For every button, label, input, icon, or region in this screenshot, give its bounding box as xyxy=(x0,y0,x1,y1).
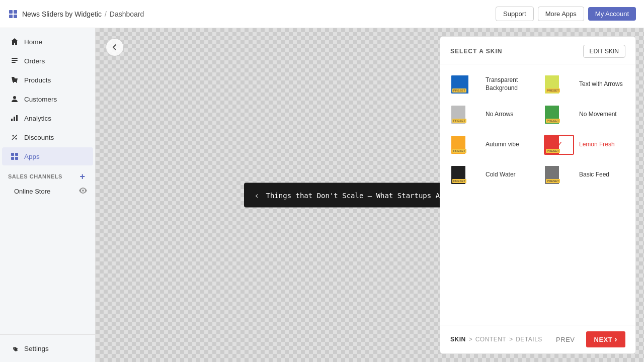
sidebar-item-customers[interactable]: Customers xyxy=(2,90,93,108)
step-sep-2: > xyxy=(509,336,513,343)
skin-label-lemon-fresh: Lemon Fresh xyxy=(579,141,615,149)
skin-thumb-img xyxy=(451,75,479,94)
svg-rect-10 xyxy=(16,115,18,121)
sales-channels-title: SALES CHANNELS xyxy=(8,173,62,179)
app-icon xyxy=(8,9,18,19)
app-name: News Sliders by Widgetic xyxy=(22,10,102,18)
step-skin: SKIN xyxy=(450,336,466,343)
topbar: News Sliders by Widgetic / Dashboard Sup… xyxy=(0,0,644,28)
account-button[interactable]: My Account xyxy=(588,7,636,21)
skin-panel-title: SELECT A SKIN xyxy=(450,48,502,55)
svg-point-11 xyxy=(13,135,14,137)
skin-label-basic-feed: Basic Feed xyxy=(579,171,609,179)
skin-thumb-no-movement xyxy=(544,105,574,125)
skin-thumb-cold-water xyxy=(450,165,480,185)
footer-buttons: PREV NEXT › xyxy=(549,331,625,347)
slider-left-arrow[interactable]: ‹ xyxy=(254,190,260,201)
skin-thumb-transparent-bg xyxy=(450,74,480,95)
step-content: CONTENT xyxy=(475,336,507,343)
analytics-icon xyxy=(10,114,19,123)
sidebar-analytics-label: Analytics xyxy=(24,115,51,122)
skin-thumb-text-arrows xyxy=(544,74,574,95)
sidebar-bottom: Settings xyxy=(0,334,95,358)
sidebar-item-settings[interactable]: Settings xyxy=(2,339,93,357)
svg-rect-15 xyxy=(15,153,18,156)
skin-item-no-movement[interactable]: No Movement xyxy=(542,103,627,127)
sidebar: Home Orders Products Customers Analytics xyxy=(0,28,96,362)
skin-item-no-arrows[interactable]: No Arrows xyxy=(448,103,534,127)
skin-item-lemon-fresh[interactable]: ✓ Lemon Fresh xyxy=(542,133,627,157)
skin-label-autumn-vibe: Autumn vibe xyxy=(486,141,519,149)
skin-grid: Transparent Background Text with Arrows xyxy=(440,64,635,325)
edit-skin-button[interactable]: EDIT SKIN xyxy=(583,45,625,58)
sidebar-item-online-store[interactable]: Online Store xyxy=(0,183,95,199)
sidebar-item-home[interactable]: Home xyxy=(2,33,93,51)
customers-icon xyxy=(10,95,19,104)
svg-rect-6 xyxy=(12,62,16,63)
svg-rect-16 xyxy=(11,157,14,160)
skin-label-cold-water: Cold Water xyxy=(486,171,516,179)
main-content: ‹ Things that Don't Scale – What Startup… xyxy=(96,28,644,362)
skin-label-no-arrows: No Arrows xyxy=(486,111,513,119)
next-arrow-icon: › xyxy=(614,335,617,344)
skin-thumb-img xyxy=(545,106,573,124)
skin-thumb-lemon-fresh: ✓ xyxy=(544,135,574,155)
skin-item-autumn-vibe[interactable]: Autumn vibe xyxy=(448,133,534,157)
sidebar-item-discounts[interactable]: Discounts xyxy=(2,128,93,146)
topbar-separator: / xyxy=(105,10,107,18)
skin-thumb-autumn-vibe xyxy=(450,135,480,155)
skin-panel: SELECT A SKIN EDIT SKIN Transparent Back… xyxy=(440,36,636,354)
online-store-label: Online Store xyxy=(14,188,50,195)
svg-rect-5 xyxy=(12,60,18,61)
sidebar-item-products[interactable]: Products xyxy=(2,71,93,89)
discounts-icon xyxy=(10,133,19,142)
skin-panel-footer: SKIN > CONTENT > DETAILS PREV NEXT › xyxy=(440,325,635,353)
svg-rect-8 xyxy=(11,119,13,121)
skin-thumb-img xyxy=(545,166,573,184)
skin-item-basic-feed[interactable]: Basic Feed xyxy=(542,163,627,187)
sidebar-item-orders[interactable]: Orders xyxy=(2,52,93,70)
skin-item-text-arrows[interactable]: Text with Arrows xyxy=(542,72,627,97)
svg-rect-4 xyxy=(12,58,18,59)
prev-button[interactable]: PREV xyxy=(549,332,582,347)
layout: Home Orders Products Customers Analytics xyxy=(0,28,644,362)
sidebar-orders-label: Orders xyxy=(24,57,45,65)
apps-icon xyxy=(10,152,19,161)
svg-rect-3 xyxy=(14,15,17,18)
support-button[interactable]: Support xyxy=(496,7,534,21)
settings-icon xyxy=(10,344,19,353)
more-apps-button[interactable]: More Apps xyxy=(538,7,584,21)
canvas-area: ‹ Things that Don't Scale – What Startup… xyxy=(96,28,644,362)
sidebar-discounts-label: Discounts xyxy=(24,134,54,141)
svg-point-12 xyxy=(16,138,17,140)
sidebar-products-label: Products xyxy=(24,76,51,84)
sidebar-item-analytics[interactable]: Analytics xyxy=(2,109,93,127)
orders-icon xyxy=(10,56,19,65)
next-label: NEXT xyxy=(594,336,613,343)
products-icon xyxy=(10,75,19,84)
skin-thumb-img xyxy=(545,75,573,94)
skin-label-text-arrows: Text with Arrows xyxy=(579,80,623,88)
skin-thumb-img xyxy=(451,166,479,184)
home-icon xyxy=(10,37,19,46)
page-name: Dashboard xyxy=(110,10,144,18)
skin-label-no-movement: No Movement xyxy=(579,111,617,119)
topbar-left: News Sliders by Widgetic / Dashboard xyxy=(8,9,144,19)
step-sep-1: > xyxy=(469,336,472,343)
skin-thumb-img: ✓ xyxy=(545,136,573,154)
next-button[interactable]: NEXT › xyxy=(586,331,626,347)
add-sales-channel-icon[interactable]: + xyxy=(78,172,87,181)
svg-rect-2 xyxy=(9,15,13,18)
topbar-right: Support More Apps My Account xyxy=(496,7,636,21)
sidebar-customers-label: Customers xyxy=(24,96,57,103)
sidebar-item-apps[interactable]: Apps xyxy=(2,147,93,165)
sidebar-home-label: Home xyxy=(24,38,42,46)
back-button[interactable] xyxy=(106,38,124,56)
selected-checkmark: ✓ xyxy=(555,139,563,150)
eye-icon xyxy=(79,187,87,195)
step-details: DETAILS xyxy=(516,336,542,343)
skin-thumb-img xyxy=(451,136,479,154)
skin-item-cold-water[interactable]: Cold Water xyxy=(448,163,534,187)
svg-rect-9 xyxy=(14,117,15,121)
skin-item-transparent-bg[interactable]: Transparent Background xyxy=(448,72,534,97)
